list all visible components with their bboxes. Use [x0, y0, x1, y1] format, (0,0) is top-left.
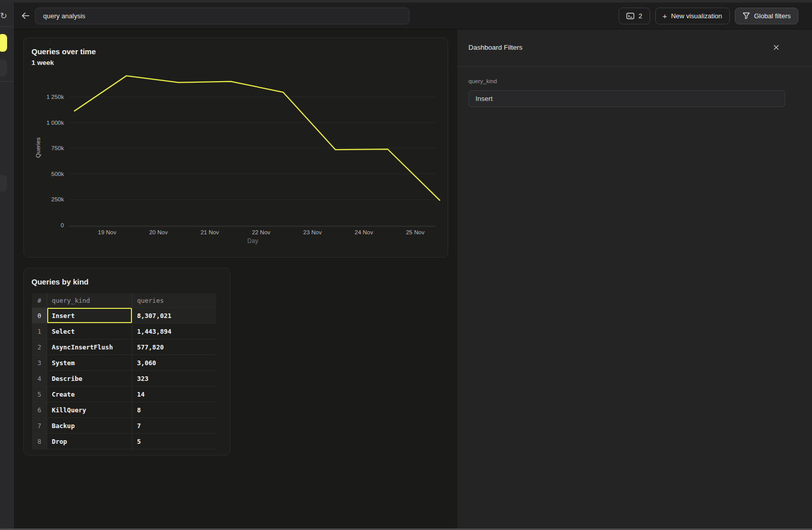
query-kind-cell[interactable]: KillQuery: [47, 402, 132, 418]
query-kind-cell[interactable]: System: [47, 355, 132, 371]
query-kind-cell[interactable]: Insert: [47, 308, 132, 324]
new-visualization-button[interactable]: + New visualization: [655, 8, 730, 24]
sidebar-item[interactable]: [0, 175, 7, 192]
column-header-index: #: [32, 293, 47, 308]
chart-title: Queries over time: [31, 47, 96, 56]
queries-over-time-chart: 0250k500k750k1 000k1 250k19 Nov20 Nov21 …: [24, 38, 449, 258]
chart-subtitle: 1 week: [31, 59, 54, 66]
new-visualization-label: New visualization: [671, 12, 722, 20]
queries-count-cell[interactable]: 3,060: [132, 355, 216, 371]
top-bar: 2 + New visualization Global filters: [14, 3, 812, 29]
dashboard-canvas: 0250k500k750k1 000k1 250k19 Nov20 Nov21 …: [14, 29, 457, 530]
y-tick-label: 750k: [51, 145, 64, 151]
back-button[interactable]: [18, 8, 33, 23]
plus-icon: +: [663, 12, 667, 20]
global-filters-button[interactable]: Global filters: [735, 8, 798, 24]
table-card: Queries by kind # query_kind queries 0In…: [23, 268, 230, 455]
series-line-queries: [74, 76, 440, 201]
queries-table: # query_kind queries 0Insert8,307,0211Se…: [32, 293, 216, 449]
y-tick-label: 0: [61, 222, 64, 228]
queries-count-cell[interactable]: 323: [132, 371, 216, 386]
query-kind-cell[interactable]: Describe: [47, 371, 132, 386]
row-index-cell[interactable]: 6: [32, 402, 47, 418]
query-kind-cell[interactable]: Select: [47, 324, 132, 339]
queries-count-cell[interactable]: 7: [132, 418, 216, 434]
chart-card: 0250k500k750k1 000k1 250k19 Nov20 Nov21 …: [23, 38, 448, 258]
rail-divider: [0, 81, 13, 82]
app-window: ↻: [0, 0, 812, 530]
arrow-left-icon: [21, 12, 30, 20]
y-tick-label: 500k: [51, 171, 64, 177]
filters-panel-title: Dashboard Filters: [468, 44, 523, 51]
x-tick-label: 21 Nov: [200, 229, 219, 235]
query-kind-cell[interactable]: Create: [47, 386, 132, 402]
sidebar-rail: ↻: [0, 3, 14, 530]
y-axis-title: Queries: [35, 137, 41, 158]
rail-divider: [0, 26, 13, 27]
row-index-cell[interactable]: 4: [32, 371, 47, 386]
row-index-cell[interactable]: 2: [32, 339, 47, 355]
x-tick-label: 19 Nov: [98, 229, 117, 235]
queries-count-cell[interactable]: 1,443,894: [132, 324, 216, 339]
column-header-queries: queries: [132, 293, 216, 308]
row-index-cell[interactable]: 3: [32, 355, 47, 371]
x-tick-label: 23 Nov: [303, 229, 322, 235]
terminal-window-icon: [626, 12, 634, 20]
x-tick-label: 25 Nov: [406, 229, 425, 235]
query-kind-cell[interactable]: AsyncInsertFlush: [47, 339, 132, 355]
table-title: Queries by kind: [31, 277, 89, 286]
row-index-cell[interactable]: 1: [32, 324, 47, 339]
row-index-cell[interactable]: 0: [32, 308, 47, 324]
column-header-query-kind: query_kind: [47, 293, 132, 308]
query-kind-cell[interactable]: Drop: [47, 434, 132, 449]
dashboard-title-input[interactable]: [35, 8, 410, 24]
y-tick-label: 1 000k: [46, 120, 64, 126]
x-tick-label: 20 Nov: [149, 229, 168, 235]
queries-count-cell[interactable]: 14: [132, 386, 216, 402]
sidebar-item[interactable]: [0, 59, 7, 77]
x-tick-label: 24 Nov: [355, 229, 374, 235]
console-count-label: 2: [638, 12, 642, 20]
funnel-icon: [742, 12, 750, 19]
filter-field-label: query_kind: [468, 78, 497, 84]
x-tick-label: 22 Nov: [252, 229, 270, 235]
console-count-button[interactable]: 2: [619, 8, 650, 24]
query-kind-filter-input[interactable]: [468, 90, 785, 107]
x-axis-title: Day: [247, 237, 258, 244]
queries-count-cell[interactable]: 577,820: [132, 339, 216, 355]
history-refresh-icon[interactable]: ↻: [0, 11, 12, 22]
y-tick-label: 250k: [51, 196, 64, 202]
query-kind-cell[interactable]: Backup: [47, 418, 132, 434]
panel-divider: [457, 66, 812, 67]
row-index-cell[interactable]: 7: [32, 418, 47, 434]
row-index-cell[interactable]: 8: [32, 434, 47, 449]
row-index-cell[interactable]: 5: [32, 386, 47, 402]
queries-count-cell[interactable]: 8,307,021: [132, 308, 216, 324]
queries-count-cell[interactable]: 5: [132, 434, 216, 449]
queries-count-cell[interactable]: 8: [132, 402, 216, 418]
dashboard-filters-panel: Dashboard Filters query_kind: [457, 29, 812, 530]
close-icon: [773, 45, 779, 50]
close-panel-button[interactable]: [771, 43, 781, 52]
global-filters-label: Global filters: [754, 12, 791, 20]
sidebar-item-active[interactable]: [0, 34, 7, 52]
y-tick-label: 1 250k: [46, 94, 64, 100]
